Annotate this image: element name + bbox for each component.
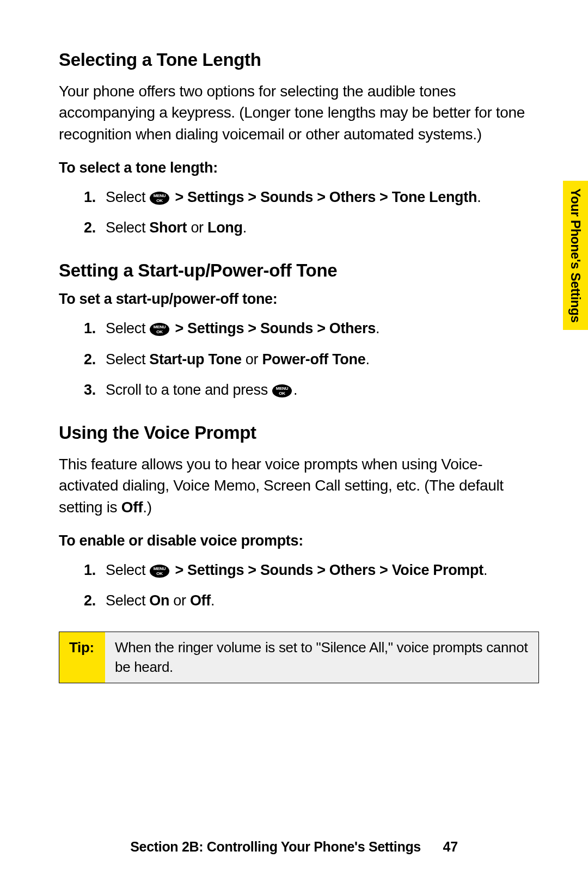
menu-ok-icon: MENUOK	[149, 191, 170, 205]
page-number: 47	[443, 839, 458, 855]
section-tone-length: Selecting a Tone Length Your phone offer…	[59, 49, 539, 239]
step-body: Select MENUOK > Settings > Sounds > Othe…	[106, 559, 539, 581]
manual-page: Selecting a Tone Length Your phone offer…	[0, 0, 588, 882]
step-number: 2.	[59, 348, 106, 371]
heading-tone-length: Selecting a Tone Length	[59, 49, 539, 71]
steps-voice-prompt: 1. Select MENUOK > Settings > Sounds > O…	[59, 559, 539, 612]
svg-text:OK: OK	[157, 198, 163, 203]
sub-tone-length: To select a tone length:	[59, 160, 539, 176]
step: 2. Select On or Off.	[59, 590, 539, 612]
heading-startup-tone: Setting a Start-up/Power-off Tone	[59, 260, 539, 281]
step: 2. Select Short or Long.	[59, 217, 539, 239]
step: 2. Select Start-up Tone or Power-off Ton…	[59, 348, 539, 371]
svg-text:OK: OK	[279, 391, 285, 396]
svg-text:OK: OK	[157, 571, 163, 576]
section-tab-label: Your Phone's Settings	[568, 188, 583, 323]
svg-text:MENU: MENU	[276, 386, 289, 391]
svg-text:MENU: MENU	[154, 193, 166, 198]
tip-body: When the ringer volume is set to "Silenc…	[105, 632, 538, 683]
step-number: 2.	[59, 590, 106, 612]
section-voice-prompt: Using the Voice Prompt This feature allo…	[59, 422, 539, 683]
steps-tone-length: 1. Select MENUOK > Settings > Sounds > O…	[59, 186, 539, 239]
menu-ok-icon: MENUOK	[149, 322, 170, 336]
sub-startup-tone: To set a start-up/power-off tone:	[59, 291, 539, 308]
step-body: Select Start-up Tone or Power-off Tone.	[106, 348, 539, 371]
svg-text:MENU: MENU	[154, 566, 166, 571]
step-body: Scroll to a tone and press MENUOK.	[106, 379, 539, 401]
step-number: 1.	[59, 317, 106, 340]
step-body: Select MENUOK > Settings > Sounds > Othe…	[106, 186, 539, 209]
section-tab: Your Phone's Settings	[563, 181, 588, 330]
step-body: Select Short or Long.	[106, 217, 539, 239]
footer-section: Section 2B: Controlling Your Phone's Set…	[130, 839, 421, 854]
para-voice-prompt: This feature allows you to hear voice pr…	[59, 454, 539, 518]
step-number: 1.	[59, 559, 106, 581]
step: 1. Select MENUOK > Settings > Sounds > O…	[59, 186, 539, 209]
step-body: Select On or Off.	[106, 590, 539, 612]
steps-startup-tone: 1. Select MENUOK > Settings > Sounds > O…	[59, 317, 539, 401]
svg-text:OK: OK	[157, 329, 163, 334]
para-tone-length: Your phone offers two options for select…	[59, 81, 539, 145]
tip-label: Tip:	[59, 632, 105, 683]
step: 1. Select MENUOK > Settings > Sounds > O…	[59, 317, 539, 340]
heading-voice-prompt: Using the Voice Prompt	[59, 422, 539, 444]
menu-ok-icon: MENUOK	[149, 564, 170, 578]
step-body: Select MENUOK > Settings > Sounds > Othe…	[106, 317, 539, 340]
step-number: 3.	[59, 379, 106, 401]
step: 3. Scroll to a tone and press MENUOK.	[59, 379, 539, 401]
section-startup-tone: Setting a Start-up/Power-off Tone To set…	[59, 260, 539, 401]
step-number: 2.	[59, 217, 106, 239]
menu-ok-icon: MENUOK	[272, 384, 292, 398]
step: 1. Select MENUOK > Settings > Sounds > O…	[59, 559, 539, 581]
step-number: 1.	[59, 186, 106, 209]
sub-voice-prompt: To enable or disable voice prompts:	[59, 532, 539, 549]
tip-box: Tip: When the ringer volume is set to "S…	[59, 632, 539, 683]
svg-text:MENU: MENU	[154, 324, 166, 329]
page-footer: Section 2B: Controlling Your Phone's Set…	[0, 839, 588, 855]
